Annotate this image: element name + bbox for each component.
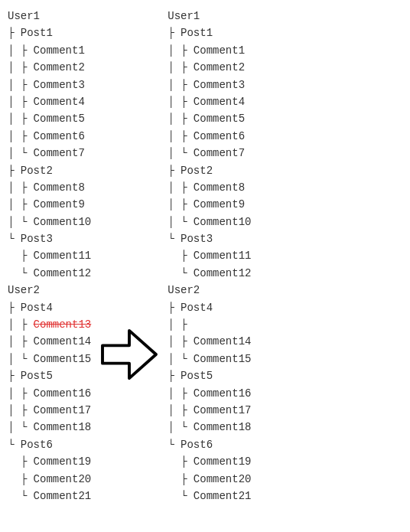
tree-node: │ ├ Comment1: [168, 42, 251, 59]
tree-label: Comment7: [34, 147, 85, 159]
tree-label: Comment10: [194, 216, 252, 228]
tree-node: │ ├ Comment9: [8, 196, 91, 213]
tree-branch: │ └: [8, 353, 34, 365]
tree-node: │ └ Comment15: [8, 351, 91, 367]
tree-branch: │ ├: [8, 318, 34, 331]
tree-label: Post2: [181, 165, 213, 177]
tree-node: │ ├ Comment14: [168, 333, 251, 350]
tree-label: Post2: [21, 165, 53, 177]
tree-branch: │ ├: [8, 198, 34, 211]
tree-node: │ ├ Comment17: [8, 402, 91, 419]
tree-node: │ ├ Comment9: [168, 196, 251, 213]
tree-branch: ├: [8, 250, 34, 262]
tree-branch: │ ├: [8, 44, 34, 57]
tree-label: Comment7: [194, 147, 245, 159]
tree-label: Comment19: [194, 455, 252, 468]
tree-label: Comment8: [34, 181, 85, 194]
tree-label: Comment17: [34, 404, 92, 416]
tree-label: Comment1: [194, 44, 245, 57]
tree-label: Comment21: [194, 490, 252, 502]
tree-node: │ ├ Comment1: [8, 42, 91, 59]
tree-node: ├ Comment11: [168, 247, 251, 264]
tree-node: │ ├ Comment14: [8, 333, 91, 350]
tree-node: ├ Comment20: [168, 471, 251, 488]
tree-label: Comment1: [34, 44, 85, 57]
tree-label: User2: [8, 284, 40, 296]
tree-branch: │ ├: [168, 318, 194, 331]
tree-branch: │ └: [8, 147, 34, 159]
right-tree: User1├ Post1│ ├ Comment1│ ├ Comment2│ ├ …: [168, 8, 251, 504]
tree-node: │ ├ Comment8: [168, 179, 251, 196]
tree-label: Post6: [181, 439, 213, 451]
tree-label: Comment11: [194, 250, 252, 262]
tree-label: Comment13: [34, 318, 92, 331]
tree-node: │ ├ Comment17: [168, 402, 251, 419]
tree-node: │ └ Comment7: [168, 145, 251, 162]
tree-branch: │ ├: [168, 130, 194, 142]
tree-branch: │ ├: [168, 181, 194, 194]
tree-branch: │ ├: [168, 113, 194, 125]
tree-branch: │ ├: [8, 79, 34, 91]
tree-label: Comment16: [34, 387, 92, 400]
tree-branch: │ ├: [168, 61, 194, 73]
tree-branch: │ ├: [8, 61, 34, 73]
tree-branch: │ ├: [168, 44, 194, 57]
tree-branch: │ └: [168, 216, 194, 228]
tree-branch: │ ├: [168, 387, 194, 400]
tree-branch: └: [168, 233, 181, 245]
tree-label: Comment11: [34, 250, 92, 262]
tree-label: Comment18: [34, 421, 92, 433]
tree-branch: ├: [168, 165, 181, 177]
tree-label: Post4: [21, 302, 53, 314]
tree-branch: ├: [168, 250, 194, 262]
tree-node: │ ├: [168, 316, 251, 333]
tree-branch: │ └: [168, 421, 194, 433]
tree-label: Comment2: [194, 61, 245, 73]
tree-label: Post1: [21, 27, 53, 39]
tree-node: │ └ Comment18: [8, 419, 91, 436]
tree-label: Comment3: [194, 79, 245, 91]
tree-branch: └: [8, 490, 34, 502]
tree-label: Comment20: [194, 473, 252, 485]
tree-branch: │ ├: [8, 181, 34, 194]
tree-label: User1: [168, 10, 200, 22]
tree-branch: ├: [8, 165, 21, 177]
tree-label: Comment6: [34, 130, 85, 142]
tree-node: │ ├ Comment6: [168, 128, 251, 145]
tree-node: ├ Post2: [168, 162, 251, 179]
tree-node: User2: [8, 282, 91, 299]
tree-node: ├ Post1: [8, 24, 91, 41]
tree-branch: │ ├: [8, 96, 34, 108]
tree-branch: ├: [168, 473, 194, 485]
tree-node: │ ├ Comment3: [168, 77, 251, 93]
tree-node: │ ├ Comment13: [8, 316, 91, 333]
tree-node: │ └ Comment7: [8, 145, 91, 162]
tree-node: ├ Post4: [8, 299, 91, 316]
tree-node: └ Post3: [168, 230, 251, 247]
tree-branch: │ ├: [8, 113, 34, 125]
tree-branch: │ └: [8, 216, 34, 228]
tree-branch: │ ├: [8, 404, 34, 416]
tree-node: ├ Post2: [8, 162, 91, 179]
tree-label: Post3: [21, 233, 53, 245]
tree-label: User1: [8, 10, 40, 22]
tree-branch: │ ├: [168, 335, 194, 348]
tree-branch: │ ├: [168, 79, 194, 91]
tree-branch: │ └: [8, 421, 34, 433]
tree-label: Comment14: [34, 335, 92, 348]
tree-label: Comment3: [34, 79, 85, 91]
tree-branch: └: [8, 233, 21, 245]
tree-node: │ └ Comment15: [168, 351, 251, 367]
tree-node: │ ├ Comment5: [8, 110, 91, 127]
tree-node: ├ Comment19: [168, 453, 251, 470]
tree-node: │ └ Comment18: [168, 419, 251, 436]
tree-label: Comment14: [194, 335, 252, 348]
tree-label: Comment5: [34, 113, 85, 125]
tree-node: ├ Post1: [168, 24, 251, 41]
tree-label: Comment19: [34, 455, 92, 468]
tree-node: │ ├ Comment4: [8, 93, 91, 110]
tree-branch: └: [168, 439, 181, 451]
tree-label: Comment4: [34, 96, 85, 108]
tree-branch: ├: [8, 302, 21, 314]
tree-label: Post5: [181, 370, 213, 382]
